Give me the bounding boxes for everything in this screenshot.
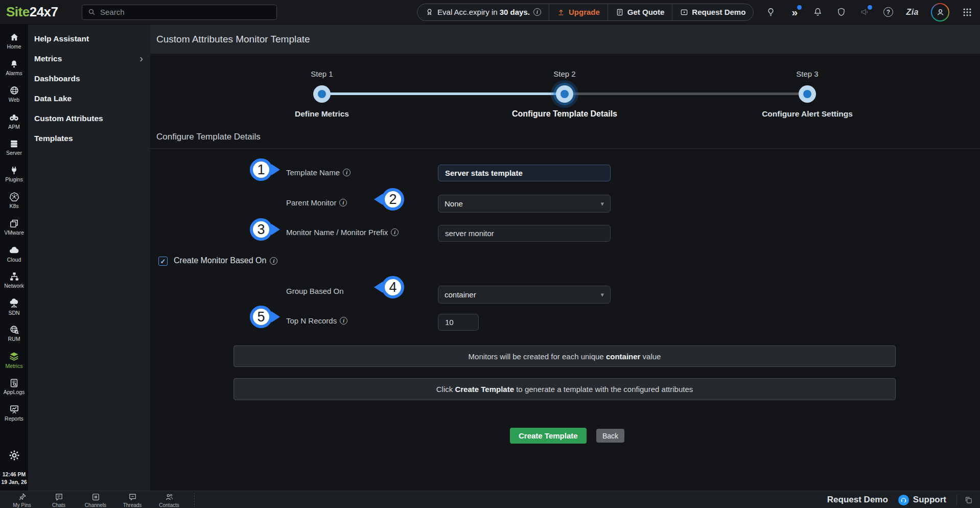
rail-item-plugins[interactable]: Plugins [0, 160, 28, 187]
shield-icon [836, 7, 846, 17]
rail-item-metrics[interactable]: Metrics [0, 347, 28, 373]
rail-item-home[interactable]: Home [0, 28, 28, 54]
vm-windows-icon [9, 219, 19, 228]
footer-item-my-pins[interactable]: My Pins [7, 493, 37, 508]
rail-item-vmware[interactable]: VMware [0, 214, 28, 240]
eval-expiry-days: 30 days. [500, 8, 530, 16]
app-switcher-button[interactable] [962, 7, 973, 18]
footer-request-demo-link[interactable]: Request Demo [827, 495, 888, 505]
rail-item-web[interactable]: Web [0, 81, 28, 107]
announcements-button[interactable] [859, 7, 870, 18]
footer-item-threads[interactable]: Threads [118, 493, 147, 508]
banner-text: Monitors will be created for each unique [469, 352, 606, 361]
settings-button[interactable] [8, 449, 20, 461]
request-demo-button[interactable]: Request Demo [672, 4, 753, 20]
top-n-input[interactable] [438, 314, 479, 331]
user-avatar[interactable] [931, 3, 949, 21]
server-stack-icon [9, 139, 19, 149]
cloud-icon [9, 245, 19, 256]
wizard-step-1-node[interactable] [313, 85, 331, 103]
rail-item-k8s[interactable]: K8s [0, 187, 28, 214]
monitor-name-input[interactable] [438, 225, 611, 242]
rail-item-label: VMware [4, 230, 24, 236]
get-quote-button[interactable]: Get Quote [608, 4, 672, 20]
award-icon [425, 8, 434, 16]
group-based-dropdown[interactable]: container ▾ [438, 286, 611, 304]
sidebar-item-label: Templates [34, 134, 73, 143]
create-monitor-checkbox[interactable] [158, 257, 168, 266]
sidebar-item-metrics[interactable]: Metrics › [28, 49, 150, 68]
info-icon[interactable] [339, 199, 347, 206]
account-pill-group: Eval Acc.expiry in 30 days. Upgrade Get … [417, 4, 754, 21]
banner-bold-text: Create Template [455, 385, 514, 394]
rail-item-applogs[interactable]: AppLogs [0, 373, 28, 400]
wizard-step-3-node[interactable] [799, 85, 816, 103]
search-input[interactable] [100, 8, 271, 16]
rail-item-cloud[interactable]: Cloud [0, 240, 28, 267]
logo-text-white: 24x7 [30, 4, 58, 19]
info-icon[interactable] [391, 228, 399, 236]
search-icon [87, 8, 96, 16]
zia-assistant-button[interactable]: Zia [906, 7, 919, 18]
banner-bold-text: container [606, 352, 641, 361]
template-name-input[interactable] [438, 165, 611, 181]
sidebar-item-dashboards[interactable]: Dashboards [28, 68, 150, 88]
copy-clipboard-icon[interactable] [956, 494, 973, 505]
ideas-button[interactable] [765, 7, 776, 18]
help-button[interactable] [882, 7, 894, 18]
rail-item-apm[interactable]: APM [0, 107, 28, 134]
sidebar-item-data-lake[interactable]: Data Lake [28, 88, 150, 108]
footer-support-link[interactable]: Support [898, 495, 946, 505]
whats-new-button[interactable]: » [788, 7, 800, 18]
sidebar-item-custom-attributes[interactable]: Custom Attributes [28, 108, 150, 128]
info-icon[interactable] [340, 317, 347, 325]
callout-marker-5: 5 [250, 306, 272, 328]
step-dot-icon [318, 90, 326, 98]
info-icon[interactable] [533, 8, 541, 16]
footer-item-contacts[interactable]: Contacts [154, 493, 184, 508]
wizard-step-number: Step 2 [483, 70, 646, 80]
wizard-step-2: Step 2 Configure Template Details [483, 70, 646, 119]
upgrade-button[interactable]: Upgrade [549, 4, 608, 20]
sidebar-item-label: Help Assistant [34, 34, 89, 43]
group-based-value: container [445, 290, 476, 299]
rail-item-network[interactable]: Network [0, 267, 28, 293]
rail-item-alarms[interactable]: Alarms [0, 54, 28, 81]
create-template-info-banner: Click Create Template to generate a temp… [234, 378, 896, 400]
metrics-sidebar: Help Assistant Metrics › Dashboards Data… [28, 25, 150, 491]
topbar: Site24x7 Eval Acc.expiry in 30 days. Upg… [0, 0, 980, 25]
section-divider [150, 148, 980, 149]
global-search[interactable] [82, 5, 277, 20]
rail-item-reports[interactable]: Reports [0, 400, 28, 426]
alarm-bell-icon [9, 59, 19, 69]
rail-item-server[interactable]: Server [0, 134, 28, 160]
parent-monitor-dropdown[interactable]: None ▾ [438, 195, 611, 213]
info-icon[interactable] [343, 169, 351, 176]
rail-item-rum[interactable]: RUM [0, 320, 28, 347]
wizard-step-number: Step 1 [240, 70, 404, 80]
site24x7-logo[interactable]: Site24x7 [0, 4, 82, 20]
rail-item-sdn[interactable]: SDN [0, 293, 28, 320]
notification-dot [797, 5, 802, 10]
topbar-icons: » Zia [765, 3, 973, 21]
top-n-label-row: Top N Records [286, 316, 347, 325]
notification-dot [868, 5, 872, 10]
network-topology-icon [9, 271, 19, 282]
back-button[interactable]: Back [596, 429, 624, 443]
reports-board-icon [9, 404, 19, 414]
sidebar-item-templates[interactable]: Templates [28, 128, 150, 148]
grid-icon [962, 7, 972, 17]
top-n-label: Top N Records [286, 316, 337, 325]
info-icon[interactable] [270, 257, 277, 265]
security-button[interactable] [835, 7, 847, 18]
wizard-step-2-node[interactable] [556, 85, 573, 103]
request-demo-label: Request Demo [692, 8, 745, 16]
footer-item-label: Channels [85, 503, 106, 508]
footer-item-chats[interactable]: Chats [44, 493, 74, 508]
notifications-button[interactable] [812, 7, 823, 18]
footer-item-channels[interactable]: Channels [81, 493, 110, 508]
create-template-button[interactable]: Create Template [510, 428, 587, 444]
headset-icon [898, 495, 909, 505]
eval-expiry-notice[interactable]: Eval Acc.expiry in 30 days. [417, 4, 549, 20]
sidebar-item-help-assistant[interactable]: Help Assistant [28, 29, 150, 49]
